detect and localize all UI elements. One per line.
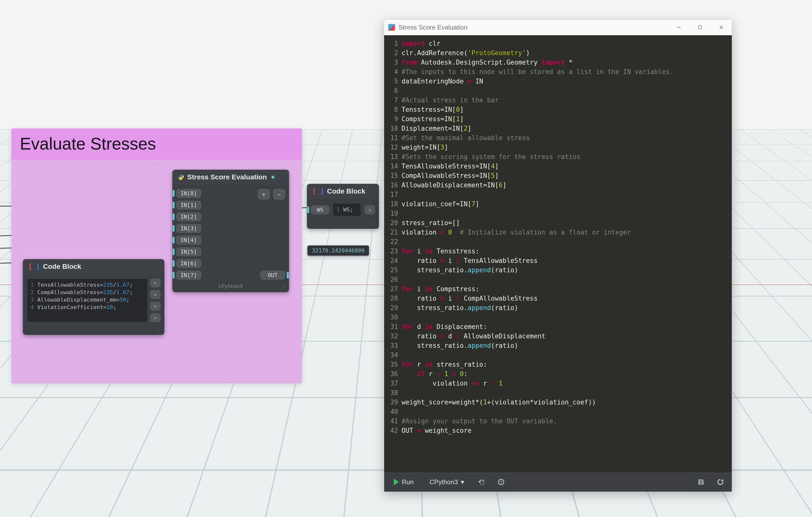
remove-input-button[interactable]: － xyxy=(273,189,285,199)
output-port-1[interactable]: › xyxy=(150,290,161,299)
engine-select[interactable]: CPython3 ▾ xyxy=(424,475,470,489)
play-icon xyxy=(394,479,399,485)
run-button[interactable]: Run xyxy=(388,475,419,489)
output-port-3[interactable]: › xyxy=(150,314,161,322)
code-block-editor[interactable]: 1234 TensAllowableStress=235/1.67;CompAl… xyxy=(27,278,147,322)
canvas-viewport[interactable]: Evaluate Stresses ︿ Stress Score Evaluat… xyxy=(0,0,812,517)
python-editor-window[interactable]: Stress Score Evaluation 1234567891011121… xyxy=(384,19,732,492)
output-port-0[interactable]: › xyxy=(150,278,161,287)
titlebar[interactable]: Stress Score Evaluation xyxy=(384,20,732,35)
svg-text:?: ? xyxy=(500,480,502,485)
input-port-2[interactable]: IN[2] xyxy=(176,212,201,221)
run-label: Run xyxy=(402,478,414,486)
revert-button[interactable] xyxy=(713,475,728,489)
input-port-ws[interactable]: WS xyxy=(311,206,329,214)
node-stress-score-evaluation[interactable]: Stress Score Evaluation IN[0]IN[1]IN[2]I… xyxy=(172,170,289,292)
node-menu-icon[interactable]: ⋮ xyxy=(157,327,162,331)
engine-label: CPython3 xyxy=(219,283,242,289)
window-title: Stress Score Evaluation xyxy=(399,24,467,31)
close-button[interactable] xyxy=(713,20,730,35)
revert-icon xyxy=(717,479,724,485)
chevron-down-icon: ▾ xyxy=(461,478,464,486)
input-port-0[interactable]: IN[0] xyxy=(176,189,201,198)
code-block-icon: [ ] xyxy=(312,188,324,195)
code-block-editor[interactable]: 1 WS; xyxy=(333,203,361,216)
output-port-2[interactable]: › xyxy=(150,302,161,310)
node-menu-icon[interactable]: ⋮ xyxy=(282,284,286,289)
convert-icon: 2 3 xyxy=(478,479,486,485)
group-evaluate-stresses[interactable]: Evaluate Stresses ︿ Stress Score Evaluat… xyxy=(11,129,302,383)
output-preview: 32170.2429446809 xyxy=(308,245,369,256)
migrate-button[interactable]: 2 3 xyxy=(474,475,489,489)
python-icon xyxy=(178,174,184,180)
add-input-button[interactable]: ＋ xyxy=(258,189,270,199)
code-text: WS; xyxy=(343,207,353,213)
code-editor[interactable]: 1234567891011121314151617181920212223242… xyxy=(384,35,732,472)
svg-rect-1 xyxy=(698,26,702,29)
minimize-button[interactable] xyxy=(670,20,688,35)
help-button[interactable]: ? xyxy=(494,475,509,489)
input-port-7[interactable]: IN[7] xyxy=(176,271,201,279)
maximize-button[interactable] xyxy=(691,20,709,35)
status-dot-icon xyxy=(271,175,274,179)
input-ports: IN[0]IN[1]IN[2]IN[3]IN[4]IN[5]IN[6]IN[7] xyxy=(176,189,201,279)
help-icon: ? xyxy=(498,479,504,485)
group-title: Evaluate Stresses xyxy=(11,129,302,160)
input-port-1[interactable]: IN[1] xyxy=(176,201,201,210)
node-title: Code Block xyxy=(43,263,81,271)
save-icon xyxy=(698,479,704,485)
app-icon xyxy=(388,24,395,31)
node-code-block-left[interactable]: [ ] Code Block 1234 TensAllowableStress=… xyxy=(23,259,164,335)
node-title: Code Block xyxy=(327,187,365,195)
save-button[interactable] xyxy=(694,475,708,489)
engine-name: CPython3 xyxy=(430,478,458,486)
output-port[interactable]: OUT xyxy=(260,271,285,279)
svg-text:2 3: 2 3 xyxy=(481,482,484,485)
input-port-3[interactable]: IN[3] xyxy=(176,224,201,233)
node-title: Stress Score Evaluation xyxy=(187,173,267,181)
output-port[interactable]: › xyxy=(365,206,375,214)
editor-toolbar: Run CPython3 ▾ 2 3 ? xyxy=(384,472,732,492)
group-collapse-icon[interactable]: ︿ xyxy=(155,161,159,166)
node-menu-icon[interactable]: ⋮ xyxy=(372,221,376,225)
input-port-6[interactable]: IN[6] xyxy=(176,259,201,268)
line-number: 1 xyxy=(337,207,340,213)
input-port-4[interactable]: IN[4] xyxy=(176,236,201,244)
input-port-5[interactable]: IN[5] xyxy=(176,247,201,256)
code-block-icon: [ ] xyxy=(28,263,40,270)
svg-rect-0 xyxy=(677,27,680,28)
node-code-block-right[interactable]: [ ] Code Block WS 1 WS; › ⋮ xyxy=(307,184,379,229)
